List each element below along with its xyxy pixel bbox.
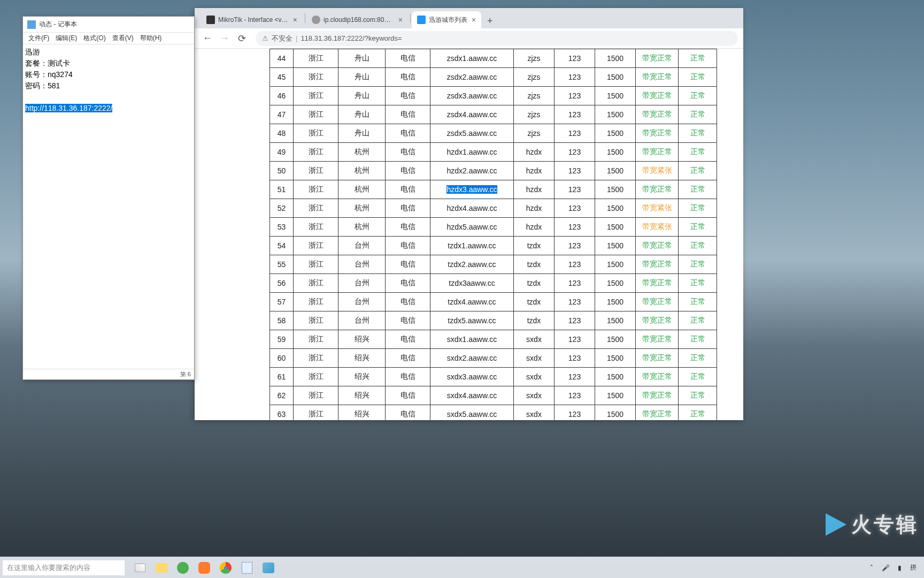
table-row[interactable]: 63浙江绍兴电信sxdx5.aaww.ccsxdx1231500带宽正常正常 <box>270 405 717 421</box>
cell-domain[interactable]: sxdx1.aaww.cc <box>430 330 514 349</box>
microphone-icon[interactable]: 🎤 <box>881 564 890 572</box>
cell-domain[interactable]: sxdx5.aaww.cc <box>430 405 514 421</box>
menu-view[interactable]: 查看(V) <box>109 34 137 43</box>
cell-status: 正常 <box>679 199 717 218</box>
table-row[interactable]: 44浙江舟山电信zsdx1.aaww.cczjzs1231500带宽正常正常 <box>270 49 717 68</box>
table-row[interactable]: 62浙江绍兴电信sxdx4.aaww.ccsxdx1231500带宽正常正常 <box>270 386 717 405</box>
menu-file[interactable]: 文件(F) <box>25 34 52 43</box>
reload-button[interactable]: ⟳ <box>234 31 249 46</box>
close-icon[interactable]: × <box>472 16 476 24</box>
taskbar[interactable]: 在这里输入你要搜索的内容 ˄ 🎤 ▮ 拼 <box>0 557 924 578</box>
close-icon[interactable]: × <box>293 16 297 24</box>
table-row[interactable]: 57浙江台州电信tzdx4.aaww.cctzdx1231500带宽正常正常 <box>270 293 717 311</box>
address-bar[interactable]: ⚠ 不安全 | 118.31.36.187:2222/?keywords= <box>256 31 738 46</box>
cell-status: 正常 <box>679 368 717 386</box>
table-row[interactable]: 61浙江绍兴电信sxdx3.aaww.ccsxdx1231500带宽正常正常 <box>270 368 717 386</box>
ime-icon[interactable]: 拼 <box>909 564 918 572</box>
browser-window[interactable]: MikroTik - Interface <vpn-out × ip.cloud… <box>195 8 743 420</box>
cell-domain[interactable]: tzdx3aaww.cc <box>430 274 514 293</box>
image-app-icon[interactable] <box>260 559 277 576</box>
cell-bandwidth: 带宽正常 <box>636 124 679 143</box>
close-icon[interactable]: × <box>398 16 403 24</box>
table-row[interactable]: 54浙江台州电信tzdx1.aaww.cctzdx1231500带宽正常正常 <box>270 237 717 255</box>
cell-status: 正常 <box>679 293 717 311</box>
cell-domain[interactable]: zsdx2.aaww.cc <box>430 68 514 87</box>
cell-user: sxdx <box>514 405 555 421</box>
cell-password: 123 <box>555 180 595 199</box>
table-row[interactable]: 51浙江杭州电信hzdx3.aaww.cchzdx1231500带宽正常正常 <box>270 180 717 199</box>
cell-domain[interactable]: zsdx3.aaww.cc <box>430 87 514 105</box>
cell-domain[interactable]: tzdx4.aaww.cc <box>430 293 514 311</box>
notepad-taskbar-icon[interactable] <box>238 559 256 576</box>
cell-city: 台州 <box>338 237 386 255</box>
cell-user: tzdx <box>514 237 555 255</box>
chrome-icon[interactable] <box>217 559 234 576</box>
table-row[interactable]: 60浙江绍兴电信sxdx2.aaww.ccsxdx1231500带宽正常正常 <box>270 349 717 368</box>
back-button[interactable]: ← <box>200 31 215 46</box>
cell-user: zjzs <box>514 124 555 143</box>
tab-cloudip[interactable]: ip.cloudip168.com:8000/ip.ph × <box>306 11 408 28</box>
table-row[interactable]: 45浙江舟山电信zsdx2.aaww.cczjzs1231500带宽正常正常 <box>270 68 717 87</box>
chevron-up-icon[interactable]: ˄ <box>867 564 876 572</box>
task-view-button[interactable] <box>132 559 149 576</box>
table-row[interactable]: 52浙江杭州电信hzdx4.aaww.cchzdx1231500带宽紧张正常 <box>270 199 717 218</box>
notepad-selected-url[interactable]: http://118.31.36.187:2222/ <box>25 104 112 112</box>
notepad-titlebar[interactable]: 动态 - 记事本 <box>23 17 194 33</box>
cell-password: 123 <box>555 105 595 124</box>
forward-button[interactable]: → <box>217 31 232 46</box>
cell-index: 56 <box>270 274 294 293</box>
tab-xunyou[interactable]: 迅游城市列表 × <box>412 11 481 28</box>
360-browser-icon[interactable] <box>174 559 191 576</box>
menu-help[interactable]: 帮助(H) <box>137 34 165 43</box>
cell-domain[interactable]: sxdx4.aaww.cc <box>430 386 514 405</box>
table-row[interactable]: 55浙江台州电信tzdx2.aaww.cctzdx1231500带宽正常正常 <box>270 255 717 274</box>
table-row[interactable]: 59浙江绍兴电信sxdx1.aaww.ccsxdx1231500带宽正常正常 <box>270 330 717 349</box>
cell-index: 54 <box>270 237 294 255</box>
separator: | <box>296 34 297 42</box>
cell-domain[interactable]: tzdx5.aaww.cc <box>430 311 514 330</box>
table-row[interactable]: 58浙江台州电信tzdx5.aaww.cctzdx1231500带宽正常正常 <box>270 311 717 330</box>
cell-domain[interactable]: zsdx5.aaww.cc <box>430 124 514 143</box>
cell-status: 正常 <box>679 124 717 143</box>
cell-domain[interactable]: tzdx2.aaww.cc <box>430 255 514 274</box>
cell-index: 59 <box>270 330 294 349</box>
cell-domain[interactable]: hzdx5.aaww.cc <box>430 218 514 237</box>
notepad-textarea[interactable]: 迅游 套餐：测试卡 账号：nq3274 密码：581 http://118.31… <box>23 44 194 116</box>
cell-bandwidth: 带宽正常 <box>636 68 679 87</box>
taskbar-search[interactable]: 在这里输入你要搜索的内容 <box>2 560 125 576</box>
notepad-window[interactable]: 动态 - 记事本 文件(F) 编辑(E) 格式(O) 查看(V) 帮助(H) 迅… <box>22 16 195 380</box>
app-orange-icon[interactable] <box>196 559 213 576</box>
cell-password: 123 <box>555 386 595 405</box>
cell-value: 1500 <box>595 180 636 199</box>
table-row[interactable]: 47浙江舟山电信zsdx4.aaww.cczjzs1231500带宽正常正常 <box>270 105 717 124</box>
tab-mikrotik[interactable]: MikroTik - Interface <vpn-out × <box>201 11 303 28</box>
system-tray[interactable]: ˄ 🎤 ▮ 拼 <box>867 564 924 572</box>
file-explorer-icon[interactable] <box>153 559 170 576</box>
table-row[interactable]: 49浙江杭州电信hzdx1.aaww.cchzdx1231500带宽正常正常 <box>270 143 717 162</box>
tab-strip[interactable]: MikroTik - Interface <vpn-out × ip.cloud… <box>195 8 743 28</box>
cell-domain[interactable]: hzdx1.aaww.cc <box>430 143 514 162</box>
cell-city: 绍兴 <box>338 405 386 421</box>
table-row[interactable]: 46浙江舟山电信zsdx3.aaww.cczjzs1231500带宽正常正常 <box>270 87 717 105</box>
cell-domain[interactable]: sxdx2.aaww.cc <box>430 349 514 368</box>
cell-domain[interactable]: sxdx3.aaww.cc <box>430 368 514 386</box>
battery-icon[interactable]: ▮ <box>895 564 904 572</box>
notepad-menubar[interactable]: 文件(F) 编辑(E) 格式(O) 查看(V) 帮助(H) <box>23 33 194 44</box>
cell-domain[interactable]: hzdx2.aaww.cc <box>430 162 514 180</box>
cell-isp: 电信 <box>386 68 430 87</box>
table-row[interactable]: 53浙江杭州电信hzdx5.aaww.cchzdx1231500带宽紧张正常 <box>270 218 717 237</box>
cell-domain[interactable]: hzdx4.aaww.cc <box>430 199 514 218</box>
cell-domain[interactable]: zsdx4.aaww.cc <box>430 105 514 124</box>
cell-province: 浙江 <box>294 199 338 218</box>
cell-domain[interactable]: tzdx1.aaww.cc <box>430 237 514 255</box>
cell-domain[interactable]: hzdx3.aaww.cc <box>430 180 514 199</box>
cell-domain[interactable]: zsdx1.aaww.cc <box>430 49 514 68</box>
table-row[interactable]: 50浙江杭州电信hzdx2.aaww.cchzdx1231500带宽紧张正常 <box>270 162 717 180</box>
menu-edit[interactable]: 编辑(E) <box>52 34 80 43</box>
browser-viewport[interactable]: 44浙江舟山电信zsdx1.aaww.cczjzs1231500带宽正常正常45… <box>195 49 743 420</box>
menu-format[interactable]: 格式(O) <box>80 34 109 43</box>
table-row[interactable]: 56浙江台州电信tzdx3aaww.cctzdx1231500带宽正常正常 <box>270 274 717 293</box>
cell-status: 正常 <box>679 349 717 368</box>
new-tab-button[interactable]: + <box>482 13 497 28</box>
table-row[interactable]: 48浙江舟山电信zsdx5.aaww.cczjzs1231500带宽正常正常 <box>270 124 717 143</box>
